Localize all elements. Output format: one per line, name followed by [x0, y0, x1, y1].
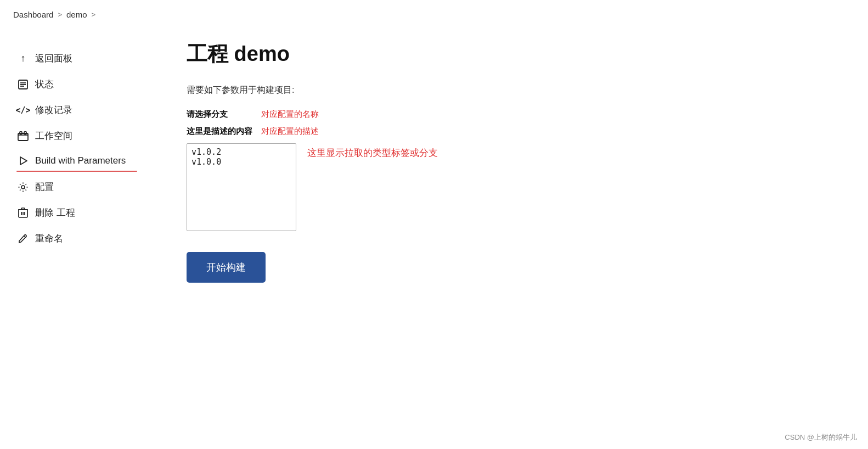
breadcrumb-demo[interactable]: demo — [66, 10, 87, 19]
workspace-icon — [16, 131, 30, 141]
sidebar-label-rename: 重命名 — [35, 232, 63, 245]
svg-line-15 — [24, 236, 26, 238]
main-content: 工程 demo 需要如下参数用于构建项目: 请选择分支 对应配置的名称 这里是描… — [154, 40, 868, 445]
param-desc-annotation: 对应配置的描述 — [261, 126, 319, 137]
breadcrumb-sep1: > — [58, 10, 62, 19]
sidebar-label-back: 返回面板 — [35, 52, 72, 65]
sidebar-label-changelog: 修改记录 — [35, 104, 72, 116]
sidebar-item-rename[interactable]: 重命名 — [0, 226, 154, 251]
sidebar-label-workspace: 工作空间 — [35, 130, 72, 142]
status-icon — [16, 79, 30, 90]
param-branch-annotation: 对应配置的名称 — [261, 109, 319, 120]
svg-rect-6 — [24, 132, 26, 134]
param-desc-label: 这里是描述的内容 — [187, 126, 252, 137]
breadcrumb-sep2: > — [92, 10, 96, 19]
breadcrumb-dashboard[interactable]: Dashboard — [13, 10, 53, 19]
svg-point-8 — [21, 186, 25, 189]
delete-trash-icon — [16, 207, 30, 218]
svg-rect-4 — [18, 133, 28, 141]
config-gear-icon — [16, 182, 30, 193]
sidebar-item-delete[interactable]: 删除 工程 — [0, 200, 154, 226]
branch-listbox-annotation: 这里显示拉取的类型标签或分支 — [307, 143, 438, 159]
sidebar-item-workspace[interactable]: 工作空间 — [0, 123, 154, 149]
sidebar-label-build: Build with Parameters — [35, 155, 126, 166]
branch-option-v102[interactable]: v1.0.2 — [191, 147, 291, 157]
sidebar-label-config: 配置 — [35, 181, 54, 193]
breadcrumb: Dashboard > demo > — [0, 0, 868, 29]
branch-listbox-wrapper: v1.0.2 v1.0.0 这里显示拉取的类型标签或分支 — [187, 143, 835, 231]
svg-rect-5 — [20, 132, 22, 134]
description-text: 需要如下参数用于构建项目: — [187, 85, 835, 96]
sidebar-label-status: 状态 — [35, 78, 54, 91]
main-layout: ↑ 返回面板 状态 </> 修改记录 — [0, 29, 868, 445]
build-play-icon — [16, 156, 30, 166]
sidebar-item-changelog[interactable]: </> 修改记录 — [0, 97, 154, 123]
sidebar-item-build[interactable]: Build with Parameters — [0, 149, 154, 174]
sidebar-item-config[interactable]: 配置 — [0, 174, 154, 200]
param-branch-row: 请选择分支 对应配置的名称 — [187, 109, 835, 120]
svg-marker-7 — [20, 157, 27, 165]
branch-option-v100[interactable]: v1.0.0 — [191, 157, 291, 167]
project-title: 工程 demo — [187, 40, 835, 68]
footer-credit: CSDN @上树的蜗牛儿 — [785, 433, 857, 442]
changelog-icon: </> — [16, 105, 30, 115]
sidebar-label-delete: 删除 工程 — [35, 206, 75, 219]
param-desc-row: 这里是描述的内容 对应配置的描述 — [187, 126, 835, 137]
sidebar: ↑ 返回面板 状态 </> 修改记录 — [0, 40, 154, 445]
sidebar-item-back[interactable]: ↑ 返回面板 — [0, 46, 154, 71]
sidebar-item-status[interactable]: 状态 — [0, 71, 154, 97]
svg-rect-11 — [21, 208, 25, 210]
back-icon: ↑ — [16, 53, 30, 64]
param-branch-label: 请选择分支 — [187, 109, 252, 120]
build-button[interactable]: 开始构建 — [187, 252, 266, 283]
rename-pencil-icon — [16, 234, 30, 244]
branch-listbox[interactable]: v1.0.2 v1.0.0 — [187, 143, 296, 231]
